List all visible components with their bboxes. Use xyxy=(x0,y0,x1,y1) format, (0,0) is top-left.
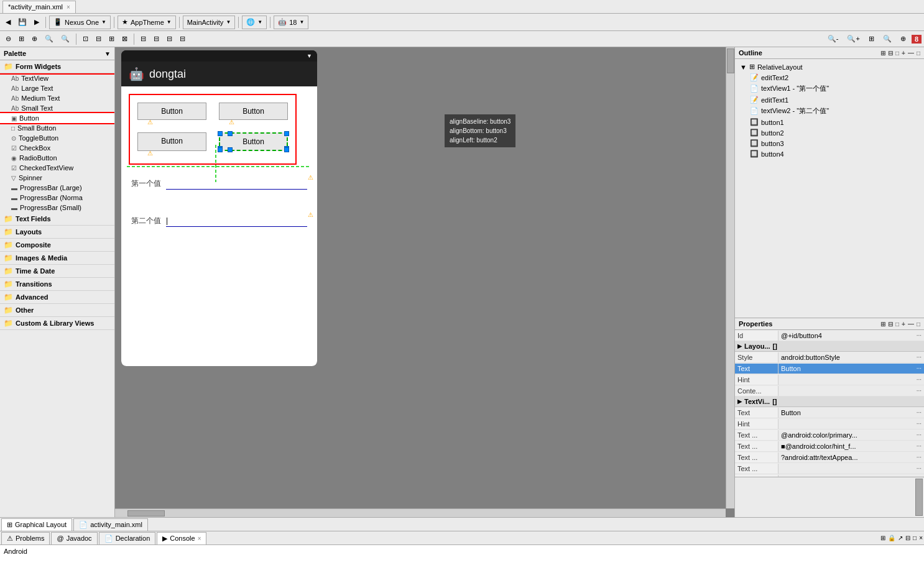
outline-textview1[interactable]: 📄 textView1 - "第一个值" xyxy=(735,83,924,94)
console-toolbar-icon2[interactable]: 🔒 xyxy=(888,535,895,541)
tab-javadoc[interactable]: @ Javadoc xyxy=(51,532,97,544)
outline-textview2[interactable]: 📄 textView2 - "第二个值" xyxy=(735,105,924,117)
item-checkbox[interactable]: ☑ CheckBox xyxy=(0,143,114,153)
zoom-out2-button[interactable]: 🔍 xyxy=(42,33,57,45)
zoom-out-button[interactable]: ⊖ xyxy=(2,33,14,45)
canvas-button4[interactable]: Button xyxy=(219,132,288,151)
outline-edittext1[interactable]: 📝 editText1 xyxy=(735,94,924,105)
back-button[interactable]: ◀ xyxy=(2,16,14,29)
outline-icon3[interactable]: □ xyxy=(895,50,899,57)
canvas-scrollbar-thumb-h[interactable] xyxy=(127,510,165,516)
item-large-text[interactable]: Ab Large Text xyxy=(0,83,114,93)
prop-style-dots[interactable]: ··· xyxy=(917,354,922,360)
prop-layout-section[interactable]: ▶ Layou... [] xyxy=(735,341,924,352)
item-small-button[interactable]: □ Small Button xyxy=(0,123,114,133)
api-dropdown[interactable]: 🤖 18 ▼ xyxy=(274,16,308,29)
category-transitions[interactable]: 📁 Transitions xyxy=(0,278,114,291)
activity-tab[interactable]: *activity_main.xml × xyxy=(2,1,76,13)
item-button[interactable]: ▣ Button xyxy=(0,113,114,123)
outline-maximize[interactable]: □ xyxy=(917,50,920,57)
edittext2-field[interactable]: | ⚠ xyxy=(166,214,307,227)
category-composite[interactable]: 📁 Composite xyxy=(0,239,114,252)
prop-hint-dots[interactable]: ··· xyxy=(917,376,922,383)
theme-dropdown[interactable]: ★ AppTheme ▼ xyxy=(118,16,176,29)
tab-close-icon[interactable]: × xyxy=(67,4,70,11)
prop-conte-dots[interactable]: ··· xyxy=(917,387,922,394)
margin-button[interactable]: ⊟ xyxy=(164,33,175,45)
palette-arrow[interactable]: ▼ xyxy=(104,50,111,57)
category-form-widgets[interactable]: 📁 Form Widgets xyxy=(0,60,114,73)
zoom-plus-button[interactable]: 🔍+ xyxy=(844,33,862,45)
item-progressbar-small[interactable]: ▬ ProgressBar (Small) xyxy=(0,203,114,213)
outline-button4[interactable]: 🔲 button4 xyxy=(735,149,924,159)
canvas-area[interactable]: alignBaseline: button3 alignBottom: butt… xyxy=(115,47,734,517)
prop-tv-text2-value[interactable]: @android:color/primary... ··· xyxy=(778,430,924,440)
fwd-button[interactable]: ▶ xyxy=(31,16,42,29)
prop-hint-value[interactable]: ··· xyxy=(778,375,924,384)
outline-button3[interactable]: 🔲 button3 xyxy=(735,138,924,149)
prop-tv-hint-value[interactable]: ··· xyxy=(778,419,924,428)
prop-conte-value[interactable]: ··· xyxy=(778,386,924,395)
zoom-fit-button[interactable]: ⊞ xyxy=(16,33,27,45)
category-advanced[interactable]: 📁 Advanced xyxy=(0,291,114,304)
prop-tv-text3-value[interactable]: ■@android:color/hint_f... ··· xyxy=(778,441,924,451)
tab-graphical-layout[interactable]: ⊞ Graphical Layout xyxy=(1,518,72,531)
layout-toggle2-button[interactable]: ⊟ xyxy=(93,33,104,45)
prop-tv-text-dots[interactable]: ··· xyxy=(917,409,922,416)
console-toolbar-icon1[interactable]: ⊞ xyxy=(880,535,885,541)
category-other[interactable]: 📁 Other xyxy=(0,304,114,317)
item-medium-text[interactable]: Ab Medium Text xyxy=(0,93,114,103)
item-small-text[interactable]: Ab Small Text xyxy=(0,103,114,113)
props-icon4[interactable]: + xyxy=(902,321,905,328)
prop-tv-text3-dots[interactable]: ··· xyxy=(917,443,922,449)
category-images-media[interactable]: 📁 Images & Media xyxy=(0,252,114,265)
category-custom-library[interactable]: 📁 Custom & Library Views xyxy=(0,317,114,330)
canvas-button3[interactable]: Button ⚠ xyxy=(137,132,206,151)
outline-minimize[interactable]: — xyxy=(908,50,914,57)
activity-dropdown[interactable]: MainActivity ▼ xyxy=(183,16,236,29)
zoom-reset-button[interactable]: 🔍 xyxy=(880,33,895,45)
canvas-button2[interactable]: Button ⚠ xyxy=(219,103,288,120)
prop-text-dots[interactable]: ··· xyxy=(917,365,922,372)
textvi-expand-icon[interactable]: ▶ xyxy=(737,398,742,405)
zoom-fit2-button[interactable]: ⊞ xyxy=(866,33,877,45)
outline-icon4[interactable]: + xyxy=(902,50,905,57)
category-time-date[interactable]: 📁 Time & Date xyxy=(0,265,114,278)
canvas-button1[interactable]: Button ⚠ xyxy=(137,103,206,120)
save-button[interactable]: 💾 xyxy=(15,16,30,29)
props-scrollbar[interactable] xyxy=(735,477,924,517)
locale-dropdown[interactable]: 🌐 ▼ xyxy=(242,16,267,29)
prop-tv-text4-dots[interactable]: ··· xyxy=(917,454,922,461)
tab-problems[interactable]: ⚠ Problems xyxy=(1,532,50,544)
edittext1-field[interactable]: ⚠ xyxy=(166,177,307,190)
tab-console[interactable]: ▶ Console × xyxy=(157,532,206,544)
phone-content[interactable]: Button ⚠ Button ⚠ Button ⚠ Bu xyxy=(121,86,317,366)
outline-edittext2[interactable]: 📝 editText2 xyxy=(735,72,924,83)
layout-expand-icon[interactable]: ▶ xyxy=(737,343,742,349)
tab-declaration[interactable]: 📄 Declaration xyxy=(99,532,156,544)
canvas-scrollbar-thumb-v[interactable] xyxy=(727,48,734,73)
props-icon2[interactable]: ⊟ xyxy=(888,321,893,328)
padding-button[interactable]: ⊟ xyxy=(177,33,188,45)
item-spinner[interactable]: ▽ Spinner xyxy=(0,173,114,183)
prop-text-value[interactable]: Button ··· xyxy=(778,364,924,374)
props-maximize[interactable]: □ xyxy=(917,321,920,328)
prop-tv-text2-dots[interactable]: ··· xyxy=(917,431,922,438)
prop-tv-hint-dots[interactable]: ··· xyxy=(917,420,922,427)
canvas-scrollbar-v[interactable] xyxy=(726,47,734,508)
zoom-minus-button[interactable]: 🔍- xyxy=(825,33,842,45)
console-toolbar-icon3[interactable]: ↗ xyxy=(898,535,903,541)
prop-tv-text5-dots[interactable]: ··· xyxy=(917,465,922,472)
props-scrollbar-thumb[interactable] xyxy=(915,479,923,516)
category-text-fields[interactable]: 📁 Text Fields xyxy=(0,213,114,226)
item-progressbar-normal[interactable]: ▬ ProgressBar (Norma xyxy=(0,193,114,203)
outline-root[interactable]: ▼ ⊞ RelativeLayout xyxy=(735,62,924,72)
canvas-scrollbar-h[interactable] xyxy=(115,508,726,517)
item-textview[interactable]: Ab TextView xyxy=(0,73,114,83)
item-toggle-button[interactable]: ⊙ ToggleButton xyxy=(0,133,114,143)
console-close-icon[interactable]: × xyxy=(198,535,201,542)
prop-tv-text-value[interactable]: Button ··· xyxy=(778,408,924,418)
outline-button2[interactable]: 🔲 button2 xyxy=(735,127,924,138)
outline-icon2[interactable]: ⊟ xyxy=(888,50,893,57)
device-dropdown[interactable]: 📱 Nexus One ▼ xyxy=(49,16,111,29)
